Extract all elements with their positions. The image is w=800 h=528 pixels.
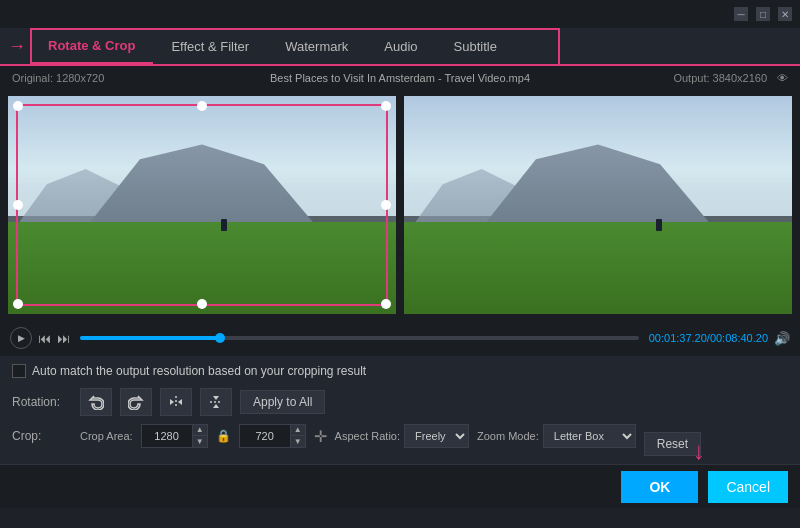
progress-track[interactable]	[80, 336, 639, 340]
flip-vertical-button[interactable]	[200, 388, 232, 416]
auto-match-row: Auto match the output resolution based o…	[12, 364, 788, 378]
tab-rotate-crop[interactable]: Rotate & Crop	[30, 28, 153, 64]
close-button[interactable]: ✕	[778, 7, 792, 21]
bottom-bar: ↓ OK Cancel	[0, 464, 800, 508]
figure-person	[221, 219, 227, 231]
lock-icon[interactable]: 🔒	[216, 429, 231, 443]
right-scene	[404, 96, 792, 314]
svg-marker-1	[170, 399, 174, 405]
right-video-preview	[404, 96, 792, 314]
crop-height-input-group: ▲ ▼	[239, 424, 306, 448]
crop-row: Crop: Crop Area: ▲ ▼ 🔒 ▲ ▼ ✛ Aspect Rati…	[12, 424, 636, 448]
auto-match-label: Auto match the output resolution based o…	[32, 364, 366, 378]
crop-area-label: Crop Area:	[80, 430, 133, 442]
tab-arrow-indicator: →	[8, 36, 26, 57]
tab-watermark[interactable]: Watermark	[267, 28, 366, 64]
video-area: Original: 1280x720 Best Places to Visit …	[0, 66, 800, 356]
video-title: Best Places to Visit In Amsterdam - Trav…	[270, 72, 530, 84]
crop-width-input-group: ▲ ▼	[141, 424, 208, 448]
ok-arrow-indicator: ↓	[693, 437, 705, 465]
auto-match-checkbox[interactable]	[12, 364, 26, 378]
zoom-mode-select[interactable]: Letter Box Pan & Scan Full	[543, 424, 636, 448]
skip-back-button[interactable]: ⏮	[38, 331, 51, 346]
tab-bar: → Rotate & Crop Effect & Filter Watermar…	[0, 28, 800, 66]
grass-layer	[8, 222, 396, 314]
volume-icon[interactable]: 🔊	[774, 331, 790, 346]
crop-height-down[interactable]: ▼	[291, 436, 305, 447]
video-info-bar: Original: 1280x720 Best Places to Visit …	[0, 66, 800, 90]
rotate-left-button[interactable]	[80, 388, 112, 416]
controls-panel: Auto match the output resolution based o…	[0, 356, 800, 464]
aspect-ratio-label: Aspect Ratio:	[335, 430, 400, 442]
progress-thumb[interactable]	[215, 333, 225, 343]
aspect-ratio-group: Aspect Ratio: Freely 16:9 4:3 1:1 9:16	[335, 424, 469, 448]
svg-marker-4	[213, 396, 219, 400]
crop-height-spinners: ▲ ▼	[290, 425, 305, 447]
eye-icon[interactable]: 👁	[777, 72, 788, 84]
crop-height-input[interactable]	[240, 425, 290, 447]
flip-horizontal-button[interactable]	[160, 388, 192, 416]
svg-marker-5	[213, 404, 219, 408]
crop-height-up[interactable]: ▲	[291, 425, 305, 436]
tab-effect-filter[interactable]: Effect & Filter	[153, 28, 267, 64]
minimize-button[interactable]: ─	[734, 7, 748, 21]
crop-width-up[interactable]: ▲	[193, 425, 207, 436]
progress-fill	[80, 336, 220, 340]
video-previews	[0, 90, 800, 320]
tab-subtitle[interactable]: Subtitle	[436, 28, 515, 64]
play-button[interactable]: ▶	[10, 327, 32, 349]
crop-width-input[interactable]	[142, 425, 192, 447]
cancel-button[interactable]: Cancel	[708, 471, 788, 503]
rotation-row: Rotation: Apply to All	[12, 388, 788, 416]
aspect-ratio-select[interactable]: Freely 16:9 4:3 1:1 9:16	[404, 424, 469, 448]
rotation-label: Rotation:	[12, 395, 72, 409]
svg-marker-2	[178, 399, 182, 405]
crop-width-spinners: ▲ ▼	[192, 425, 207, 447]
zoom-mode-label: Zoom Mode:	[477, 430, 539, 442]
move-icon: ✛	[314, 427, 327, 446]
rotate-right-button[interactable]	[120, 388, 152, 416]
skip-forward-button[interactable]: ⏭	[57, 331, 70, 346]
ok-button[interactable]: OK	[621, 471, 698, 503]
playback-bar: ▶ ⏮ ⏭ 00:01:37.20/00:08:40.20 🔊	[0, 320, 800, 356]
left-scene	[8, 96, 396, 314]
crop-label: Crop:	[12, 429, 72, 443]
time-display: 00:01:37.20/00:08:40.20	[649, 332, 768, 344]
tabs-container: Rotate & Crop Effect & Filter Watermark …	[30, 28, 515, 64]
right-grass	[404, 222, 792, 314]
maximize-button[interactable]: □	[756, 7, 770, 21]
title-bar: ─ □ ✕	[0, 0, 800, 28]
original-resolution: Original: 1280x720	[12, 72, 104, 84]
tab-audio[interactable]: Audio	[366, 28, 435, 64]
right-figure	[656, 219, 662, 231]
zoom-mode-group: Zoom Mode: Letter Box Pan & Scan Full	[477, 424, 636, 448]
output-resolution: Output: 3840x2160	[673, 72, 767, 84]
left-video-preview	[8, 96, 396, 314]
apply-all-button[interactable]: Apply to All	[240, 390, 325, 414]
crop-width-down[interactable]: ▼	[193, 436, 207, 447]
crop-section: Crop: Crop Area: ▲ ▼ 🔒 ▲ ▼ ✛ Aspect Rati…	[12, 424, 788, 456]
